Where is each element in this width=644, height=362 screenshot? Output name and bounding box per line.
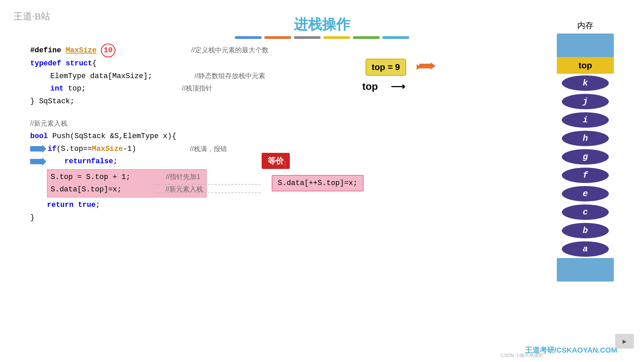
comment-new-text: //新元素入栈	[30, 120, 67, 127]
color-seg-5	[353, 36, 380, 39]
false-kw: false	[91, 155, 113, 168]
top-label-text: top	[362, 81, 378, 92]
struct-kw: struct	[66, 59, 92, 68]
typedef-kw: typedef	[30, 59, 66, 68]
code-comment-new: //新元素入栈	[30, 118, 269, 130]
mem-cell-k: k	[557, 74, 614, 92]
true-kw: true	[78, 201, 96, 209]
code-line-close: }	[30, 212, 269, 224]
mem-oval-e: e	[562, 186, 609, 201]
equiv-label: 等价	[262, 153, 290, 169]
code-stop-line: S.top = S.top + 1; //指针先加1	[51, 171, 203, 183]
stop-code: S.top = S.top + 1;	[51, 173, 130, 181]
close-struct: } SqStack;	[30, 97, 74, 106]
mem-cell-f: f	[557, 166, 614, 184]
mem-cell-j: j	[557, 92, 614, 111]
comment-push: //新元素入栈	[166, 185, 203, 193]
arrow-return-icon	[30, 157, 46, 166]
code-highlighted-block: S.top = S.top + 1; //指针先加1 S.data[S.top]…	[47, 169, 207, 198]
code-line-inttop: int top; //栈顶指针	[30, 82, 269, 95]
comment-1: //定义栈中元素的最大个数	[191, 46, 269, 54]
mem-top-cell: top	[557, 57, 614, 74]
logo: 王道·B站	[13, 10, 50, 23]
maxsize-value: 10	[101, 44, 115, 57]
mem-cell-a: a	[557, 240, 614, 258]
mem-oval-h: h	[562, 131, 609, 146]
color-bar	[235, 36, 409, 39]
maxsize-keyword: MaxSize	[66, 46, 97, 55]
color-seg-1	[235, 36, 262, 39]
mem-oval-a: a	[562, 241, 609, 257]
color-seg-3	[294, 36, 321, 39]
push-func: Push(SqStack &S,ElemType x){	[52, 132, 176, 140]
top-label-arrow-icon	[419, 61, 436, 71]
top-eq-9-label: top = 9	[366, 59, 406, 76]
brace-open: {	[92, 59, 97, 68]
return-true-space	[73, 201, 78, 209]
elemtype-text: ElemType data[MaxSize];	[50, 72, 152, 80]
arrow-if-icon	[30, 144, 46, 153]
mem-cell-g: g	[557, 147, 614, 166]
comment-4: //栈顶指针	[182, 84, 212, 92]
mem-oval-c: c	[562, 204, 609, 220]
code-line-define: #define MaxSize 10 //定义栈中元素的最大个数	[30, 44, 269, 57]
page-title: 进栈操作	[294, 15, 350, 34]
color-seg-4	[323, 36, 350, 39]
comment-ptr: //指针先加1	[166, 173, 200, 180]
code-line-typedef: typedef struct{	[30, 57, 269, 70]
sdata-equiv-box: S.data[++S.top]=x;	[272, 175, 364, 191]
sdata-code: S.data[S.top]=x;	[51, 185, 121, 194]
define-keyword: #define	[30, 46, 66, 55]
mem-cell-b: b	[557, 221, 614, 240]
mem-cell-e: e	[557, 184, 614, 203]
code-line-return-true: return true;	[30, 199, 269, 211]
comment-3: //静态数组存放栈中元素	[195, 72, 265, 79]
code-line-elemtype: ElemType data[MaxSize]; //静态数组存放栈中元素	[30, 70, 269, 82]
bool-kw: bool	[30, 132, 52, 140]
mem-oval-g: g	[562, 149, 609, 165]
code-line-return-false: return false;	[30, 155, 269, 168]
top-var: top;	[68, 84, 86, 93]
close-func-brace: }	[30, 214, 35, 222]
mem-oval-f: f	[562, 168, 609, 183]
mem-cell-h: h	[557, 129, 614, 147]
mem-oval-k: k	[562, 75, 609, 91]
mem-cell-c: c	[557, 203, 614, 221]
if-kw: if	[48, 143, 56, 155]
color-seg-6	[382, 36, 409, 39]
code-line-if: if(S.top==MaxSize-1) //栈满，报错	[30, 143, 269, 155]
color-seg-2	[264, 36, 291, 39]
code-line-bool-push: bool Push(SqStack &S,ElemType x){	[30, 130, 269, 142]
top-arrow-label: top ⟶	[362, 80, 405, 92]
mem-bottom-empty	[557, 258, 614, 282]
comment-full: //栈满，报错	[190, 143, 227, 155]
semicolon-1: ;	[113, 155, 117, 168]
int-kw: int	[50, 84, 68, 93]
mem-oval-b: b	[562, 223, 609, 238]
minus-1: -1)	[123, 143, 136, 155]
mem-top-empty	[557, 34, 614, 57]
svg-marker-1	[30, 158, 46, 166]
mem-oval-j: j	[562, 94, 609, 109]
maxsize-ref: MaxSize	[92, 143, 123, 155]
memory-container: 内存 top k j i h g f e c b a	[557, 20, 614, 282]
code-line-sqstack: } SqStack;	[30, 95, 269, 108]
return-false-kw: return	[48, 155, 91, 168]
semicolon-2: ;	[96, 201, 100, 209]
play-button[interactable]: ▶	[615, 334, 634, 349]
code-area: #define MaxSize 10 //定义栈中元素的最大个数 typedef…	[30, 44, 269, 224]
watermark: CSDN 小猴不绝摆烂	[500, 353, 543, 359]
svg-marker-0	[30, 145, 46, 153]
mem-oval-i: i	[562, 112, 609, 128]
memory-column: top k j i h g f e c b a	[557, 34, 614, 282]
if-cond: (S.top==	[56, 143, 92, 155]
memory-title: 内存	[557, 20, 614, 31]
return-true-kw: return	[47, 201, 73, 209]
svg-marker-2	[419, 62, 435, 70]
mem-cell-i: i	[557, 111, 614, 129]
code-sdata-line: S.data[S.top]=x; //新元素入栈	[51, 183, 203, 196]
